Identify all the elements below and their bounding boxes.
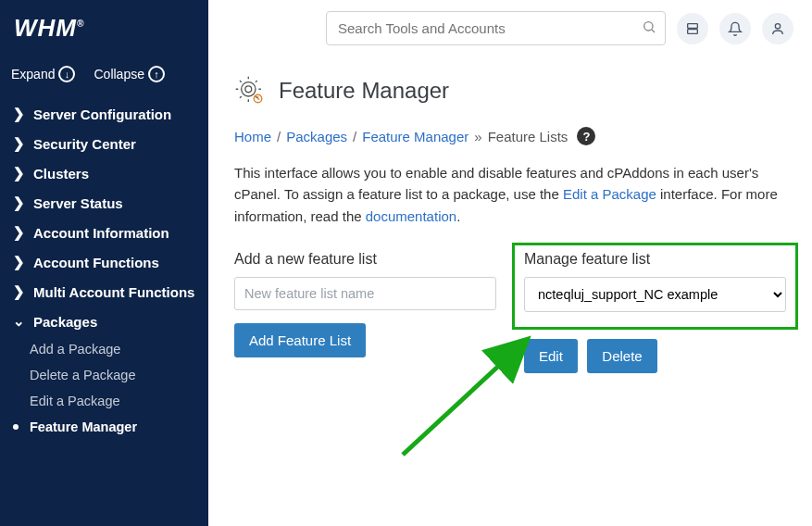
arrow-down-icon: ↓ — [58, 66, 75, 82]
server-icon[interactable] — [677, 13, 708, 44]
breadcrumb-packages[interactable]: Packages — [286, 129, 347, 144]
chevron-right-icon: ❯ — [13, 254, 24, 270]
sidebar: WHM® Expand↓ Collapse↑ ❯Server Configura… — [0, 0, 208, 526]
svg-rect-3 — [688, 29, 698, 33]
breadcrumb: Home / Packages / Feature Manager » Feat… — [234, 127, 786, 145]
topbar — [208, 0, 812, 56]
svg-point-0 — [644, 21, 653, 30]
chevron-right-icon: ❯ — [13, 165, 24, 182]
nav-account-information[interactable]: ❯Account Information — [0, 218, 208, 247]
delete-button[interactable]: Delete — [587, 339, 656, 373]
expand-button[interactable]: Expand↓ — [11, 66, 75, 82]
nav-sub-feature-manager[interactable]: Feature Manager — [0, 414, 208, 440]
nav-sub-delete-package[interactable]: Delete a Package — [0, 362, 208, 388]
main: Feature Manager Home / Packages / Featur… — [208, 0, 812, 526]
nav-sub-edit-package[interactable]: Edit a Package — [0, 388, 208, 414]
svg-rect-2 — [688, 23, 698, 28]
svg-line-1 — [652, 30, 655, 32]
chevron-right-icon: ❯ — [13, 194, 24, 211]
nav-account-functions[interactable]: ❯Account Functions — [0, 247, 208, 277]
manage-feature-list-label: Manage feature list — [524, 251, 786, 268]
svg-point-6 — [245, 86, 252, 93]
help-icon[interactable]: ? — [577, 127, 595, 145]
add-feature-list-button[interactable]: Add Feature List — [234, 323, 366, 357]
nav-packages[interactable]: ⌄Packages — [0, 307, 208, 336]
chevron-right-icon: ❯ — [13, 283, 24, 300]
nav-server-status[interactable]: ❯Server Status — [0, 188, 208, 218]
manage-feature-list-select[interactable]: ncteqluj_support_NC example — [524, 277, 786, 312]
logo: WHM® — [0, 14, 208, 56]
breadcrumb-feature-manager[interactable]: Feature Manager — [362, 129, 468, 144]
nav-security-center[interactable]: ❯Security Center — [0, 129, 208, 158]
svg-point-5 — [242, 82, 256, 96]
arrow-up-icon: ↑ — [148, 66, 165, 82]
nav-multi-account-functions[interactable]: ❯Multi Account Functions — [0, 277, 208, 307]
edit-button[interactable]: Edit — [524, 339, 578, 373]
chevron-right-icon: ❯ — [13, 135, 24, 152]
collapse-button[interactable]: Collapse↑ — [94, 66, 164, 82]
new-feature-list-input[interactable] — [234, 277, 496, 310]
add-feature-list-label: Add a new feature list — [234, 251, 496, 268]
documentation-link[interactable]: documentation — [366, 208, 456, 224]
breadcrumb-current: Feature Lists — [488, 129, 568, 144]
chevron-right-icon: ❯ — [13, 224, 24, 241]
user-icon[interactable] — [762, 13, 793, 44]
edit-package-link[interactable]: Edit a Package — [563, 186, 656, 202]
highlight-annotation: Manage feature list ncteqluj_support_NC … — [512, 243, 798, 330]
nav-clusters[interactable]: ❯Clusters — [0, 158, 208, 188]
page-title: Feature Manager — [279, 78, 449, 104]
bell-icon[interactable] — [719, 13, 751, 44]
nav-sub-add-package[interactable]: Add a Package — [0, 336, 208, 362]
svg-point-4 — [775, 23, 780, 28]
gear-icon — [234, 75, 266, 106]
breadcrumb-home[interactable]: Home — [234, 129, 271, 144]
description: This interface allows you to enable and … — [234, 162, 786, 227]
search-input[interactable] — [326, 11, 666, 45]
chevron-right-icon: ❯ — [13, 106, 24, 122]
nav-server-configuration[interactable]: ❯Server Configuration — [0, 99, 208, 129]
search-icon — [642, 19, 656, 38]
chevron-down-icon: ⌄ — [13, 313, 24, 330]
